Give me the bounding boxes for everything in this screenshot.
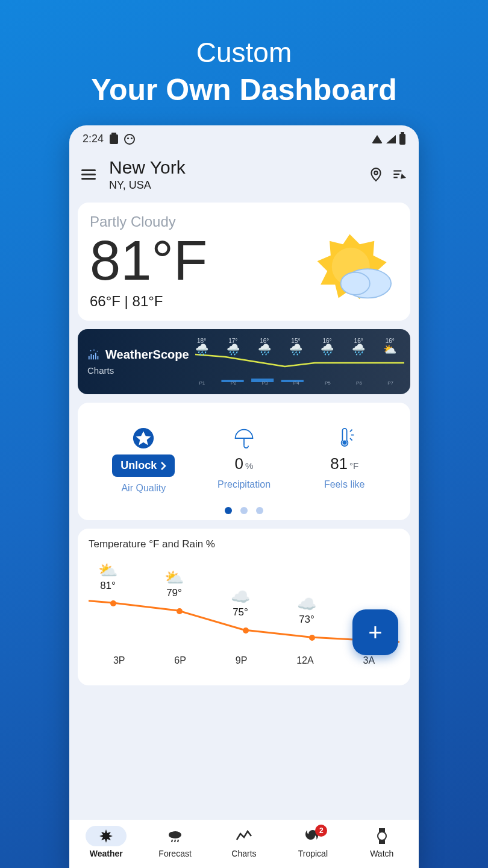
promo-line1: Custom (91, 36, 396, 69)
nav-label: Watch (370, 849, 393, 858)
battery-icon (399, 134, 405, 145)
sd-card-icon (110, 134, 118, 144)
metric-feels-like[interactable]: 81°F Feels like (294, 427, 395, 494)
line-chart-icon (236, 830, 252, 842)
svg-point-22 (343, 441, 346, 444)
nav-label: Tropical (298, 849, 328, 858)
face-icon (124, 134, 135, 145)
weatherscope-banner[interactable]: WeatherScope Charts 18°🌧️ 17°🌧️ 16°🌧️ 15… (78, 329, 410, 394)
add-fab-button[interactable]: + (352, 609, 398, 655)
temperature-range: 66°F | 81°F (90, 293, 207, 310)
svg-rect-8 (89, 356, 90, 359)
metric-air-quality[interactable]: Unlock Air Quality (93, 427, 194, 494)
night-cloudy-icon: ☁️ (231, 588, 250, 606)
plus-icon: + (368, 619, 382, 646)
location-city: New York (109, 157, 361, 178)
hourly-chart: ⛅ 81° ⛅ 79° ☁️ 75° ☁️ 73° 3P 6P 9P 12A 3… (89, 558, 399, 666)
banner-title: WeatherScope (105, 348, 189, 362)
svg-rect-33 (380, 828, 384, 831)
partly-cloudy-icon (308, 231, 398, 309)
promo-line2: Your Own Dashboard (91, 72, 396, 107)
svg-rect-9 (91, 354, 92, 359)
banner-mini-chart: 18°🌧️ 17°🌧️ 16°🌧️ 15°🌧️ 16°🌧️ 16°🌧️ 16°⛅… (195, 338, 404, 386)
bottom-nav: Weather Forecast Charts 2 Tropical Wat (69, 820, 419, 868)
metric-precipitation[interactable]: 0% Precipitation (194, 427, 295, 494)
svg-point-28 (169, 832, 176, 838)
svg-rect-34 (380, 841, 384, 844)
unlock-button[interactable]: Unlock (112, 454, 175, 477)
sun-burst-icon (99, 829, 113, 843)
status-bar: 2:24 (69, 125, 419, 148)
nav-watch[interactable]: Watch (361, 826, 402, 858)
menu-button[interactable] (81, 169, 96, 180)
svg-point-32 (378, 832, 386, 840)
precipitation-label: Precipitation (217, 479, 271, 490)
feels-like-label: Feels like (324, 479, 365, 490)
dot-1[interactable] (240, 507, 248, 514)
wifi-icon (372, 135, 383, 143)
status-right (372, 134, 405, 145)
svg-line-23 (350, 430, 352, 432)
location-region: NY, USA (109, 179, 361, 192)
current-temperature: 81°F (90, 233, 207, 288)
phone-frame: 2:24 New York NY, USA Partly Cloudy (69, 125, 419, 868)
location-block[interactable]: New York NY, USA (109, 157, 361, 192)
nav-charts[interactable]: Charts (224, 826, 264, 858)
nav-label: Weather (90, 849, 123, 858)
partly-sunny-icon: ⛅ (164, 568, 184, 587)
svg-rect-11 (95, 353, 96, 359)
svg-line-29 (172, 840, 172, 842)
hourly-title: Temperature °F and Rain % (89, 538, 399, 550)
svg-point-13 (90, 350, 92, 351)
feels-like-value: 81°F (330, 454, 358, 473)
svg-point-14 (93, 349, 95, 350)
air-quality-label: Air Quality (121, 483, 166, 494)
partly-sunny-icon: ⛅ (98, 561, 117, 580)
banner-subtitle: Charts (87, 365, 189, 376)
chart-bars-icon (87, 348, 101, 362)
nav-label: Forecast (158, 849, 191, 858)
night-cloudy-icon: ☁️ (297, 595, 316, 614)
signal-icon (386, 135, 396, 143)
hourly-point-3: ☁️ 73° (297, 595, 316, 626)
svg-rect-10 (93, 355, 94, 359)
hourly-point-0: ⛅ 81° (98, 561, 117, 592)
edit-list-icon[interactable] (391, 167, 407, 183)
promo-heading: Custom Your Own Dashboard (91, 0, 396, 119)
hourly-point-1: ⛅ 79° (164, 568, 184, 599)
svg-rect-18 (281, 380, 303, 382)
rain-cloud-icon (167, 829, 183, 843)
watch-icon (376, 828, 388, 844)
condition-text: Partly Cloudy (90, 213, 398, 230)
svg-line-31 (178, 840, 178, 842)
svg-point-0 (374, 171, 377, 174)
page-dots[interactable] (90, 500, 398, 518)
thermometer-icon (334, 427, 355, 450)
svg-point-7 (341, 272, 370, 295)
svg-line-30 (175, 840, 175, 842)
metrics-card: Unlock Air Quality 0% Precipitation (78, 403, 410, 520)
precipitation-value: 0% (235, 454, 254, 473)
nav-label: Charts (231, 849, 256, 858)
dot-2[interactable] (256, 507, 263, 514)
nav-tropical[interactable]: 2 Tropical (292, 826, 333, 858)
svg-rect-12 (98, 356, 99, 359)
dot-0[interactable] (225, 507, 232, 514)
location-pin-icon[interactable] (368, 167, 384, 183)
status-left: 2:24 (83, 133, 135, 145)
svg-point-15 (97, 350, 98, 351)
nav-weather[interactable]: Weather (86, 826, 127, 858)
current-conditions-card[interactable]: Partly Cloudy 81°F 66°F | 81°F (78, 203, 410, 321)
hour-axis: 3P 6P 9P 12A 3A (89, 652, 399, 666)
app-header: New York NY, USA (69, 148, 419, 203)
status-time: 2:24 (83, 133, 104, 145)
svg-line-25 (350, 438, 352, 441)
hourly-chart-card[interactable]: Temperature °F and Rain % ⛅ 81° ⛅ 79° ☁️… (78, 529, 410, 685)
hourly-point-2: ☁️ 75° (231, 588, 250, 618)
chevron-right-icon (160, 462, 166, 470)
star-badge-icon (132, 427, 155, 450)
umbrella-icon (233, 427, 255, 450)
svg-marker-26 (99, 829, 113, 843)
nav-forecast[interactable]: Forecast (155, 826, 196, 858)
